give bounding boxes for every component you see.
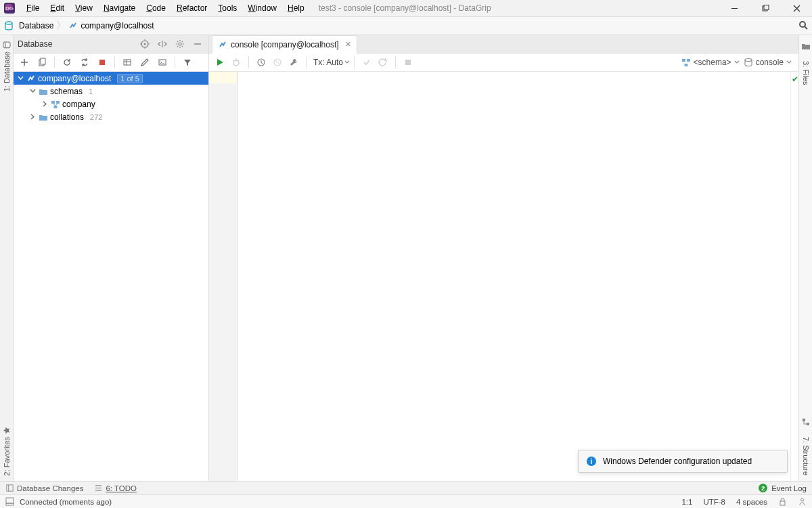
left-tab-favorites[interactable]: 2: Favorites [3, 425, 11, 477]
tree-collations-label: collations [50, 112, 84, 122]
status-connection: Connected (moments ago) [20, 498, 112, 506]
search-button[interactable] [798, 20, 808, 32]
editor-tab-title: console [company@localhost] [231, 40, 339, 49]
menu-window[interactable]: Window [243, 1, 281, 15]
svg-line-7 [805, 26, 807, 29]
svg-rect-63 [780, 501, 785, 505]
status-icon[interactable] [5, 497, 14, 506]
editor-gutter[interactable] [209, 72, 238, 481]
svg-line-23 [182, 41, 183, 42]
rollback-button[interactable] [269, 54, 286, 70]
menu-navigate[interactable]: Navigate [99, 1, 140, 15]
status-caret-position[interactable]: 1:1 [681, 498, 692, 506]
left-tool-gutter: 1: Database 2: Favorites [0, 35, 14, 481]
right-tab-structure-icon[interactable] [799, 415, 813, 429]
status-indent[interactable]: 4 spaces [736, 498, 767, 506]
datasource-icon [26, 74, 36, 83]
stop-button[interactable] [94, 54, 110, 70]
gear-icon[interactable] [173, 37, 187, 51]
hide-panel-button[interactable] [191, 37, 204, 51]
breadcrumb-database[interactable]: Database [4, 21, 53, 30]
table-icon[interactable] [119, 54, 135, 70]
status-encoding[interactable]: UTF-8 [703, 498, 725, 506]
svg-rect-37 [54, 106, 58, 108]
schema-selector[interactable]: <schema> [681, 58, 740, 67]
refresh-button[interactable] [59, 54, 75, 70]
database-changes-tab[interactable]: Database Changes [5, 484, 83, 492]
right-tool-gutter: 3: Files 7: Structure [798, 35, 812, 481]
notification-popup[interactable]: i Windows Defender configuration updated [578, 450, 788, 473]
svg-point-6 [800, 22, 805, 27]
menu-code[interactable]: Code [141, 1, 171, 15]
svg-rect-30 [99, 60, 105, 65]
commit-button[interactable] [359, 54, 375, 70]
editor-area: console [company@localhost] ✕ Tx: Auto [209, 35, 798, 481]
editor-toolbar: Tx: Auto <schema> console [209, 54, 798, 72]
main-area: 1: Database 2: Favorites Database [0, 35, 812, 481]
editor-body[interactable]: ✔ [209, 72, 798, 481]
revert-button[interactable] [375, 54, 391, 70]
maximize-button[interactable] [750, 0, 781, 17]
menu-refactor[interactable]: Refactor [172, 1, 212, 15]
tree-collations[interactable]: collations 272 [14, 110, 208, 123]
menu-help[interactable]: Help [283, 1, 309, 15]
editor-text-area[interactable] [238, 72, 790, 481]
menu-file[interactable]: File [22, 1, 44, 15]
svg-point-64 [801, 499, 804, 501]
minimize-button[interactable] [719, 0, 750, 17]
right-tab-files[interactable]: 3: Files [802, 60, 810, 86]
menu-view[interactable]: View [70, 1, 97, 15]
stop-execution-button[interactable] [400, 54, 416, 70]
tx-mode-selector[interactable]: Tx: Auto [313, 58, 350, 67]
hector-icon[interactable] [798, 497, 807, 506]
svg-line-38 [53, 104, 56, 106]
filter-icon[interactable] [179, 54, 196, 70]
tree-schemas[interactable]: schemas 1 [14, 85, 208, 98]
add-button[interactable] [16, 54, 32, 70]
sql-file-icon [218, 40, 227, 49]
close-tab-icon[interactable]: ✕ [345, 40, 351, 49]
editor-tabs: console [company@localhost] ✕ [209, 35, 798, 54]
run-button[interactable] [212, 54, 228, 70]
schema-icon [681, 58, 691, 67]
list-icon [94, 484, 103, 492]
svg-rect-62 [6, 498, 14, 503]
target-icon[interactable] [138, 37, 152, 51]
lock-icon[interactable] [778, 497, 787, 506]
database-panel-header: Database [14, 35, 208, 54]
tree-company-label: company [62, 100, 95, 109]
todo-tab[interactable]: 6: TODO [94, 484, 137, 492]
svg-rect-34 [159, 60, 166, 65]
tree-root-badge: 1 of 5 [117, 74, 143, 83]
event-log-tab[interactable]: Event Log [771, 484, 807, 492]
breadcrumb-datasource[interactable]: company@localhost [68, 21, 154, 30]
menu-edit[interactable]: Edit [45, 1, 69, 15]
database-tree[interactable]: company@localhost 1 of 5 schemas 1 compa… [14, 72, 208, 481]
notification-text: Windows Defender configuration updated [603, 457, 752, 466]
right-tab-files-icon[interactable] [799, 39, 813, 53]
close-button[interactable] [781, 0, 812, 17]
copy-button[interactable] [34, 54, 50, 70]
menu-tools[interactable]: Tools [213, 1, 242, 15]
folder-icon [39, 87, 48, 96]
editor-tab-console[interactable]: console [company@localhost] ✕ [212, 35, 357, 54]
right-tab-structure[interactable]: 7: Structure [802, 436, 810, 477]
edit-icon[interactable] [137, 54, 153, 70]
svg-rect-2 [764, 5, 769, 9]
history-button[interactable] [253, 54, 269, 70]
left-tab-database[interactable]: 1: Database [3, 39, 11, 93]
tree-root[interactable]: company@localhost 1 of 5 [14, 72, 208, 85]
debug-button[interactable] [228, 54, 244, 70]
split-icon[interactable] [156, 37, 169, 51]
sync-button[interactable] [76, 54, 93, 70]
tree-collations-count: 272 [90, 113, 102, 121]
svg-point-16 [179, 43, 181, 45]
svg-rect-50 [684, 64, 687, 66]
svg-rect-53 [807, 423, 809, 425]
wrench-button[interactable] [286, 54, 302, 70]
svg-point-10 [144, 43, 146, 45]
svg-point-5 [5, 22, 12, 24]
console-icon[interactable] [154, 54, 171, 70]
tree-company[interactable]: company [14, 98, 208, 110]
console-selector[interactable]: console [744, 58, 792, 67]
